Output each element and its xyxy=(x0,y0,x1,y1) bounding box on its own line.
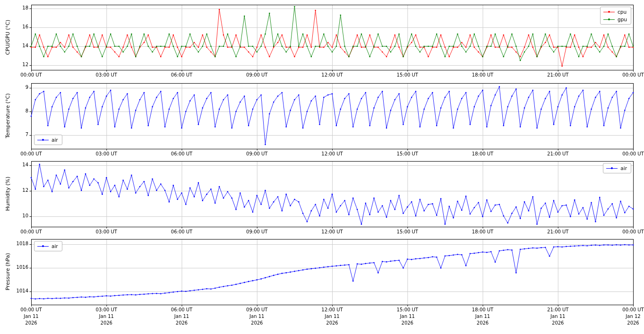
y-tick-label: 16 xyxy=(9,24,28,29)
y-tick-label: 12 xyxy=(9,188,28,193)
legend-label: gpu xyxy=(618,17,627,22)
x-tick-label: 21:00 UT xyxy=(539,151,577,156)
x-year-label: 2026 xyxy=(614,320,644,325)
legend-line-marker-icon xyxy=(37,138,49,142)
x-tick-label: 03:00 UT xyxy=(87,307,125,312)
legend-item-cpu: cpu xyxy=(603,9,627,15)
x-tick-label: 00:00 UT xyxy=(614,229,644,234)
y-tick-label: 9 xyxy=(9,85,28,90)
legend-line-marker-icon xyxy=(603,10,615,14)
y-tick-label: 1014 xyxy=(9,288,28,293)
legend-air: air xyxy=(603,163,631,173)
x-tick-label: 00:00 UT xyxy=(12,72,50,77)
legend-air: air xyxy=(34,135,62,145)
x-year-label: 2026 xyxy=(12,320,50,325)
legend-label: air xyxy=(52,137,58,143)
legend-item-air: air xyxy=(606,165,627,171)
legend-label: air xyxy=(620,165,627,171)
y-tick-label: 10 xyxy=(9,213,28,218)
x-tick-label: 03:00 UT xyxy=(87,151,125,156)
x-date-label: Jan 11 xyxy=(238,314,276,319)
figure: CPU/GPU (°C) Temperature (°C) Humidity (… xyxy=(0,0,644,334)
legend-label: cpu xyxy=(618,9,627,15)
x-tick-label: 09:00 UT xyxy=(238,307,276,312)
y-tick-label: 18 xyxy=(9,5,28,10)
x-date-label: Jan 11 xyxy=(12,314,50,319)
legend-line-marker-icon xyxy=(606,166,618,171)
x-tick-label: 21:00 UT xyxy=(539,72,577,77)
x-tick-label: 15:00 UT xyxy=(388,229,426,234)
x-tick-label: 18:00 UT xyxy=(464,307,502,312)
x-tick-label: 06:00 UT xyxy=(163,307,201,312)
x-tick-label: 06:00 UT xyxy=(163,151,201,156)
x-tick-label: 15:00 UT xyxy=(388,307,426,312)
x-tick-label: 12:00 UT xyxy=(313,72,351,77)
x-year-label: 2026 xyxy=(87,320,125,325)
x-tick-label: 00:00 UT xyxy=(12,229,50,234)
x-tick-label: 06:00 UT xyxy=(163,229,201,234)
x-tick-label: 15:00 UT xyxy=(388,72,426,77)
x-tick-label: 03:00 UT xyxy=(87,72,125,77)
x-year-label: 2026 xyxy=(313,320,351,325)
x-tick-label: 00:00 UT xyxy=(614,307,644,312)
legend-cpu-gpu: cpugpu xyxy=(600,7,631,25)
x-year-label: 2026 xyxy=(539,320,577,325)
x-date-label: Jan 12 xyxy=(614,314,644,319)
x-tick-label: 21:00 UT xyxy=(539,307,577,312)
legend-item-gpu: gpu xyxy=(603,16,627,23)
labels-overlay: 1214161800:00 UT03:00 UT06:00 UT09:00 UT… xyxy=(0,0,644,334)
x-date-label: Jan 11 xyxy=(313,314,351,319)
x-year-label: 2026 xyxy=(464,320,502,325)
x-date-label: Jan 11 xyxy=(388,314,426,319)
x-tick-label: 00:00 UT xyxy=(12,307,50,312)
x-tick-label: 00:00 UT xyxy=(12,151,50,156)
x-tick-label: 12:00 UT xyxy=(313,229,351,234)
y-tick-label: 8 xyxy=(9,108,28,113)
x-tick-label: 18:00 UT xyxy=(464,151,502,156)
legend-label: air xyxy=(52,243,58,249)
legend-item-air: air xyxy=(37,137,58,143)
x-tick-label: 09:00 UT xyxy=(238,72,276,77)
x-tick-label: 15:00 UT xyxy=(388,151,426,156)
legend-air: air xyxy=(34,241,62,251)
x-tick-label: 12:00 UT xyxy=(313,307,351,312)
x-year-label: 2026 xyxy=(238,320,276,325)
x-year-label: 2026 xyxy=(163,320,201,325)
x-tick-label: 21:00 UT xyxy=(539,229,577,234)
x-tick-label: 06:00 UT xyxy=(163,72,201,77)
x-date-label: Jan 11 xyxy=(163,314,201,319)
y-tick-label: 14 xyxy=(9,43,28,48)
x-tick-label: 18:00 UT xyxy=(464,72,502,77)
x-tick-label: 00:00 UT xyxy=(614,151,644,156)
legend-item-air: air xyxy=(37,243,58,249)
x-year-label: 2026 xyxy=(388,320,426,325)
y-tick-label: 14 xyxy=(9,162,28,167)
legend-line-marker-icon xyxy=(603,17,615,22)
x-tick-label: 18:00 UT xyxy=(464,229,502,234)
y-tick-label: 7 xyxy=(9,132,28,137)
x-date-label: Jan 11 xyxy=(87,314,125,319)
x-tick-label: 12:00 UT xyxy=(313,151,351,156)
x-tick-label: 09:00 UT xyxy=(238,151,276,156)
y-tick-label: 1016 xyxy=(9,265,28,270)
x-date-label: Jan 11 xyxy=(464,314,502,319)
x-date-label: Jan 11 xyxy=(539,314,577,319)
y-tick-label: 1018 xyxy=(9,241,28,246)
x-tick-label: 00:00 UT xyxy=(614,72,644,77)
x-tick-label: 03:00 UT xyxy=(87,229,125,234)
legend-line-marker-icon xyxy=(37,244,49,248)
x-tick-label: 09:00 UT xyxy=(238,229,276,234)
y-tick-label: 12 xyxy=(9,62,28,67)
